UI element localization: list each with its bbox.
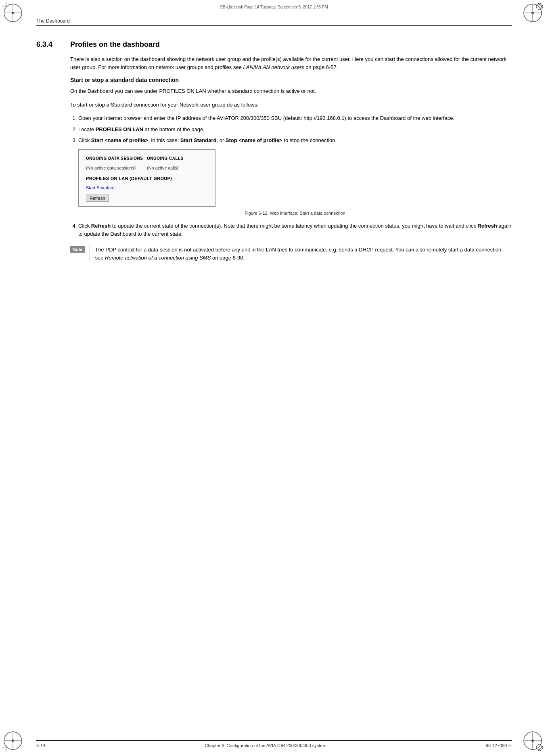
numbered-list: Open your Internet browser and enter the… <box>78 114 512 238</box>
col-header-calls: ONGOING CALLS <box>147 155 208 161</box>
page-container: SB-Lite.book Page 14 Tuesday, September … <box>0 0 548 756</box>
svg-point-3 <box>12 12 14 14</box>
refresh-button[interactable]: Refresh <box>86 195 109 202</box>
header-rule <box>36 25 512 26</box>
footer-area: 6-14 Chapter 6: Configuration of the AVI… <box>36 740 512 748</box>
start-standard-link[interactable]: Start Standard <box>86 184 208 191</box>
screenshot-col-headers: ONGOING DATA SESSIONS ONGOING CALLS <box>86 155 208 161</box>
sub-para-1: On the Dashboard you can see under PROFI… <box>70 87 512 95</box>
list-item-4: Click Refresh to update the current stat… <box>78 222 512 238</box>
content-area: 6.3.4 Profiles on the dashboard There is… <box>36 40 512 724</box>
note-box: Note The PDP context for a data session … <box>70 246 512 262</box>
corner-bottom-left <box>2 730 26 754</box>
section-title: Profiles on the dashboard <box>70 40 160 49</box>
header-area: The Dashboard <box>36 18 512 26</box>
list-item-2: Locate PROFILES ON LAN at the bottom of … <box>78 126 512 134</box>
svg-point-9 <box>531 12 534 14</box>
screenshot-box: ONGOING DATA SESSIONS ONGOING CALLS (No … <box>78 149 215 207</box>
list-item-1: Open your Internet browser and enter the… <box>78 114 512 122</box>
footer-center: Chapter 6: Configuration of the AVIATOR … <box>45 743 486 748</box>
intro-paragraph: There is also a section on the dashboard… <box>70 55 512 71</box>
profiles-header: PROFILES ON LAN (Default group) <box>86 175 208 182</box>
footer-rule <box>36 740 512 741</box>
figure-caption: Figure 6-12: Web interface: Start a data… <box>78 210 512 217</box>
screenshot-col-values: (No active data sessions) (No active cal… <box>86 165 208 172</box>
list-item-3: Click Start <name of profile>, in this c… <box>78 136 512 216</box>
corner-top-right <box>522 2 546 26</box>
footer-content: 6-14 Chapter 6: Configuration of the AVI… <box>36 743 512 748</box>
corner-top-left <box>2 2 26 26</box>
note-label: Note <box>70 246 85 253</box>
svg-point-16 <box>12 739 14 742</box>
header-section-label: The Dashboard <box>36 18 512 24</box>
col-value-calls: (No active calls) <box>147 165 208 172</box>
corner-bottom-right <box>522 730 546 754</box>
page-file-label: SB-Lite.book Page 14 Tuesday, September … <box>220 5 328 9</box>
col-header-data: ONGOING DATA SESSIONS <box>86 155 147 161</box>
section-number: 6.3.4 <box>36 40 61 49</box>
svg-point-22 <box>531 739 534 742</box>
section-heading: 6.3.4 Profiles on the dashboard <box>36 40 512 49</box>
footer-right: 98-127093-H <box>486 743 512 748</box>
sub-para-2: To start or stop a Standard connection f… <box>70 101 512 109</box>
note-text: The PDP context for a data session is no… <box>90 246 512 262</box>
section-body: There is also a section on the dashboard… <box>70 55 512 262</box>
footer-left: 6-14 <box>36 743 45 748</box>
subheading: Start or stop a standard data connection <box>70 77 512 83</box>
col-value-data: (No active data sessions) <box>86 165 147 172</box>
